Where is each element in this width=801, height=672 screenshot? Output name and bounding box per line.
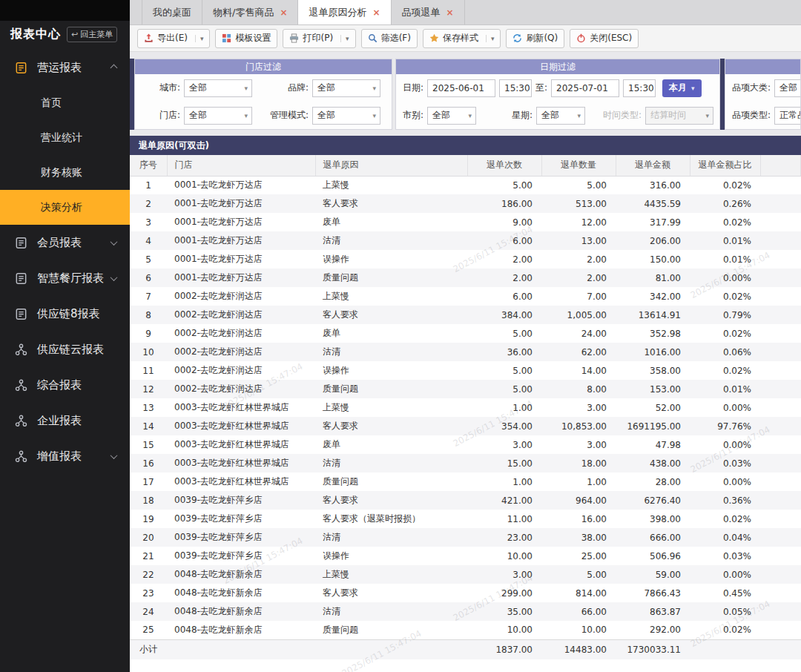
filter-button[interactable]: 筛选(F) [361, 29, 418, 48]
close-tab-icon[interactable]: × [372, 7, 380, 18]
chevron-down-icon[interactable]: ▾ [340, 35, 349, 42]
table-row[interactable]: 100002-去吃龙虾润达店沽清36.0062.001016.000.06% [130, 343, 801, 361]
sidebar-item-comprehensive[interactable]: 综合报表 [0, 367, 130, 403]
table-row[interactable]: 60001-去吃龙虾万达店质量问题2.002.0081.000.00% [130, 269, 801, 287]
cell-qty: 2.00 [541, 250, 616, 269]
sidebar-subitem-首页[interactable]: 首页 [0, 85, 130, 120]
time-from-input[interactable]: 15:30 [499, 79, 532, 97]
sidebar-item-value-added[interactable]: 增值报表 [0, 438, 130, 474]
sidebar-item-operations[interactable]: 营运报表 [0, 50, 130, 85]
org-icon [15, 450, 27, 463]
table-row[interactable]: 230048-去吃龙虾新余店客人要求299.00814.007866.430.4… [130, 584, 801, 602]
table-row[interactable]: 160003-去吃龙虾红林世界城店沽清15.0018.00438.000.03% [130, 454, 801, 472]
chevron-down-icon[interactable]: ▾ [195, 35, 204, 42]
table-row[interactable]: 180039-去吃龙虾萍乡店客人要求421.00964.006276.400.3… [130, 491, 801, 510]
table-row[interactable]: 30001-去吃龙虾万达店废单9.0012.00317.990.02% [130, 213, 801, 231]
report-icon [15, 308, 27, 320]
back-to-main-menu-button[interactable]: ↩ 回主菜单 [67, 27, 117, 42]
table-row[interactable]: 80002-去吃龙虾润达店客人要求384.001,005.0013614.910… [130, 306, 801, 324]
close-tab-icon[interactable]: × [280, 7, 287, 18]
table-row[interactable]: 90002-去吃龙虾润达店废单5.0024.00352.980.02% [130, 324, 801, 343]
sidebar-item-enterprise[interactable]: 企业报表 [0, 403, 130, 438]
sidebar-subitem-财务核账[interactable]: 财务核账 [0, 155, 130, 190]
table-row[interactable]: 50001-去吃龙虾万达店误操作2.002.00150.000.01% [130, 250, 801, 269]
cell-store: 0002-去吃龙虾润达店 [167, 361, 315, 380]
cell-store: 0048-去吃龙虾新余店 [167, 584, 315, 602]
col-header-seq[interactable]: 序号 [130, 155, 167, 176]
table-body: 10001-去吃龙虾万达店上菜慢5.005.00316.000.02%20001… [130, 176, 801, 659]
city-select[interactable]: 全部▾ [184, 79, 252, 97]
export-button[interactable]: 导出(E)▾ [137, 29, 210, 48]
cell-store: 0001-去吃龙虾万达店 [167, 250, 315, 269]
cell-store: 0002-去吃龙虾润达店 [167, 306, 315, 324]
date-from-input[interactable]: 2025-06-01 [427, 79, 495, 97]
table-row[interactable]: 130003-去吃龙虾红林世界城店上菜慢1.003.0052.000.00% [130, 398, 801, 417]
tab-物料/零售商品[interactable]: 物料/零售商品× [202, 0, 298, 24]
cell-amount: 52.00 [616, 398, 690, 417]
period-select-button[interactable]: 本月 ▾ [662, 79, 702, 97]
table-row[interactable]: 110002-去吃龙虾润达店误操作5.0014.00358.000.02% [130, 361, 801, 380]
tab-我的桌面[interactable]: 我的桌面 [142, 0, 202, 24]
report-icon [15, 237, 27, 249]
time-to-input[interactable]: 15:30 [623, 79, 656, 97]
brand-select[interactable]: 全部▾ [312, 79, 380, 97]
weekday-select[interactable]: 全部▾ [536, 107, 585, 125]
template-settings-button[interactable]: 模板设置 [215, 29, 277, 48]
cell-store: 0039-去吃龙虾萍乡店 [167, 547, 315, 565]
sidebar-subitem-决策分析[interactable]: 决策分析 [0, 190, 130, 225]
cell-amount: 666.00 [616, 528, 690, 547]
save-style-button-label: 保存样式 [443, 32, 478, 45]
table-row[interactable]: 240048-去吃龙虾新余店沽清35.0066.00863.870.05% [130, 602, 801, 621]
col-header-qty[interactable]: 退单数量 [541, 155, 616, 176]
print-button[interactable]: 打印(P)▾ [283, 29, 355, 48]
table-row[interactable]: 70002-去吃龙虾润达店上菜慢6.007.00342.000.02% [130, 287, 801, 306]
table-row[interactable]: 20001-去吃龙虾万达店客人要求186.00513.004435.590.26… [130, 194, 801, 213]
refresh-button[interactable]: 刷新(Q) [506, 29, 564, 48]
table-row[interactable]: 250048-去吃龙虾新余店质量问题10.0010.00292.000.02% [130, 621, 801, 639]
save-style-button[interactable]: 保存样式▾ [423, 29, 501, 48]
col-header-reason[interactable]: 退单原因 [315, 155, 467, 176]
table-row[interactable]: 120002-去吃龙虾润达店质量问题5.008.00153.000.01% [130, 380, 801, 398]
col-header-count[interactable]: 退单次数 [467, 155, 541, 176]
cell-pct: 0.05% [690, 602, 760, 621]
sidebar-item-smart-restaurant[interactable]: 智慧餐厅报表 [0, 260, 130, 296]
tab-品项退单[interactable]: 品项退单× [392, 0, 465, 24]
market-select[interactable]: 全部▾ [427, 107, 476, 125]
col-header-pct[interactable]: 退单金额占比 [690, 155, 760, 176]
cell-pct: 0.00% [690, 565, 760, 584]
table-row[interactable]: 170003-去吃龙虾红林世界城店质量问题1.001.0028.000.00% [130, 472, 801, 491]
store-filter-header: 门店过滤 [135, 59, 392, 74]
item-category-select[interactable]: 全部▾ [774, 79, 801, 97]
table-row[interactable]: 10001-去吃龙虾万达店上菜慢5.005.00316.000.02% [130, 176, 801, 194]
table-row[interactable]: 40001-去吃龙虾万达店沽清6.0013.00206.000.01% [130, 231, 801, 250]
item-type-select[interactable]: 正常品项▾ [774, 107, 801, 125]
table-row[interactable]: 150003-去吃龙虾红林世界城店废单3.003.0047.980.00% [130, 435, 801, 454]
table-row[interactable]: 210039-去吃龙虾萍乡店误操作10.0025.00506.960.03% [130, 547, 801, 565]
store-select[interactable]: 全部▾ [184, 107, 252, 125]
cell-count: 421.00 [467, 491, 541, 510]
management-mode-select[interactable]: 全部▾ [312, 107, 380, 125]
sidebar-item-supply-chain-cloud[interactable]: 供应链云报表 [0, 332, 130, 367]
sidebar-item-member[interactable]: 会员报表 [0, 225, 130, 260]
table-row[interactable]: 190039-去吃龙虾萍乡店客人要求（退菜时报损）11.0016.00398.0… [130, 510, 801, 528]
chevron-down-icon[interactable]: ▾ [486, 35, 495, 42]
tab-退单原因分析[interactable]: 退单原因分析× [298, 0, 391, 24]
cell-amount: 7866.43 [616, 584, 690, 602]
cell-seq: 6 [130, 269, 167, 287]
cell-filler [760, 287, 801, 306]
table-row[interactable]: 200039-去吃龙虾萍乡店沽清23.0038.00666.000.04% [130, 528, 801, 547]
cell-count: 23.00 [467, 528, 541, 547]
table-row[interactable]: 140003-去吃龙虾红林世界城店客人要求354.0010,853.001691… [130, 417, 801, 435]
col-header-amount[interactable]: 退单金额 [616, 155, 690, 176]
close-tab-icon[interactable]: × [446, 7, 454, 18]
col-header-store[interactable]: 门店 [167, 155, 315, 176]
sidebar-item-supply-chain-8[interactable]: 供应链8报表 [0, 296, 130, 332]
chevron-up-icon [111, 64, 118, 71]
date-to-input[interactable]: 2025-07-01 [551, 79, 619, 97]
sidebar-item-label: 企业报表 [37, 414, 82, 428]
cell-reason: 沽清 [315, 528, 467, 547]
cell-filler [760, 528, 801, 547]
table-row[interactable]: 220048-去吃龙虾新余店上菜慢3.005.0059.000.00% [130, 565, 801, 584]
sidebar-subitem-营业统计[interactable]: 营业统计 [0, 120, 130, 155]
close-button[interactable]: 关闭(ESC) [570, 29, 639, 48]
